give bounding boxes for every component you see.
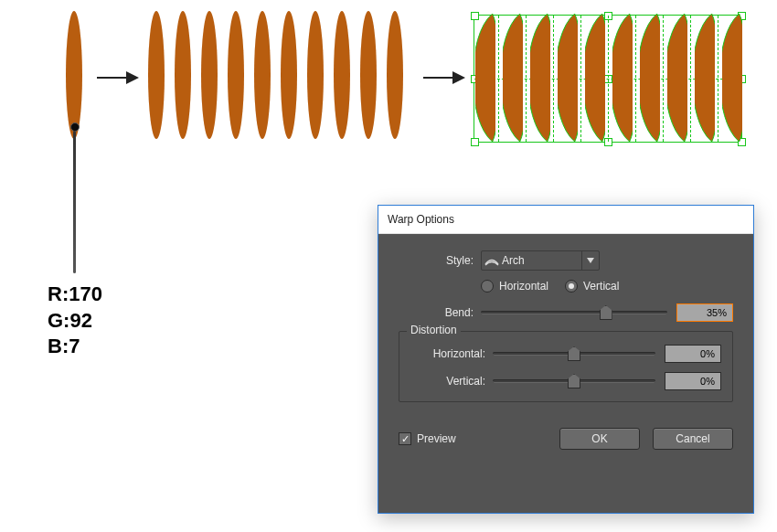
ellipse-shape (254, 11, 271, 139)
distortion-group: Distortion Horizontal: 0% Vertical: 0% (399, 331, 733, 402)
warped-ellipse-shape (585, 11, 605, 144)
rgb-g: G:92 (48, 308, 102, 335)
ellipse-row (148, 11, 403, 139)
slider-thumb-icon[interactable] (600, 305, 612, 320)
ellipse-shape (307, 11, 324, 139)
distortion-vertical-label: Vertical: (410, 375, 493, 388)
checkbox-icon: ✓ (399, 432, 411, 445)
orientation-vertical-radio[interactable]: Vertical (565, 280, 619, 293)
style-row: Style: Arch (399, 250, 733, 271)
warped-ellipse-shape (640, 11, 660, 144)
orientation-radio-group: Horizontal Vertical (481, 280, 733, 293)
warped-ellipse-shape (503, 11, 523, 144)
bend-label: Bend: (399, 306, 481, 319)
ellipse-shape (175, 11, 191, 139)
anchor-handle-icon (73, 131, 76, 273)
dialog-titlebar[interactable]: Warp Options (378, 206, 753, 234)
cancel-button[interactable]: Cancel (653, 428, 733, 450)
distortion-legend: Distortion (407, 324, 461, 336)
radio-label: Horizontal (499, 280, 548, 293)
warped-row (475, 11, 742, 144)
distortion-horizontal-label: Horizontal: (410, 347, 493, 360)
distortion-horizontal-value-input[interactable]: 0% (665, 345, 721, 363)
ellipse-shape (228, 11, 244, 139)
artwork-stage (46, 11, 740, 185)
style-select[interactable]: Arch (481, 250, 600, 271)
warped-ellipse-shape (722, 11, 742, 144)
rgb-r: R:170 (48, 282, 102, 308)
warped-ellipse-shape (612, 11, 633, 144)
distortion-horizontal-slider[interactable] (493, 352, 655, 356)
preview-checkbox[interactable]: ✓ Preview (399, 432, 456, 445)
warped-ellipse-shape (667, 11, 687, 144)
ellipse-shape (66, 11, 82, 139)
style-label: Style: (399, 254, 481, 267)
arrow-right-icon (97, 77, 137, 79)
bend-slider[interactable] (481, 311, 667, 314)
warp-options-dialog: Warp Options Style: Arch Horiz (378, 205, 754, 514)
distortion-vertical-value-input[interactable]: 0% (665, 372, 721, 390)
dialog-footer: ✓ Preview OK Cancel (399, 428, 733, 450)
distortion-vertical-slider[interactable] (493, 379, 655, 383)
ellipse-shape (148, 11, 165, 139)
orientation-horizontal-radio[interactable]: Horizontal (481, 280, 548, 293)
radio-icon (565, 280, 578, 293)
bend-row: Bend: 35% (399, 303, 733, 322)
preview-label: Preview (417, 432, 456, 445)
distortion-vertical-row: Vertical: 0% (410, 372, 721, 390)
slider-thumb-icon[interactable] (568, 374, 580, 388)
ellipse-shape (387, 11, 403, 139)
chevron-down-icon[interactable] (581, 251, 599, 270)
slider-thumb-icon[interactable] (568, 346, 580, 361)
arch-icon (482, 255, 502, 266)
dialog-title: Warp Options (388, 213, 454, 226)
radio-icon (481, 280, 494, 293)
ellipse-shape (281, 11, 297, 139)
radio-label: Vertical (583, 280, 619, 293)
ellipse-shape (334, 11, 350, 139)
warped-ellipse-shape (475, 11, 495, 144)
rgb-color-readout: R:170 G:92 B:7 (48, 282, 102, 360)
warped-ellipse-shape (695, 11, 715, 144)
ok-button[interactable]: OK (559, 428, 640, 450)
ellipse-shape (201, 11, 218, 139)
warped-ellipse-shape (558, 11, 578, 144)
bend-value-input[interactable]: 35% (676, 303, 733, 322)
ellipse-shape (360, 11, 377, 139)
rgb-b: B:7 (48, 334, 102, 360)
arrow-right-icon (423, 77, 463, 79)
warped-ellipse-shape (530, 11, 550, 144)
distortion-horizontal-row: Horizontal: 0% (410, 345, 721, 363)
style-value: Arch (502, 254, 581, 267)
warped-selection-group (475, 11, 746, 148)
dialog-body: Style: Arch Horizontal (378, 234, 753, 513)
source-shape (66, 11, 82, 139)
